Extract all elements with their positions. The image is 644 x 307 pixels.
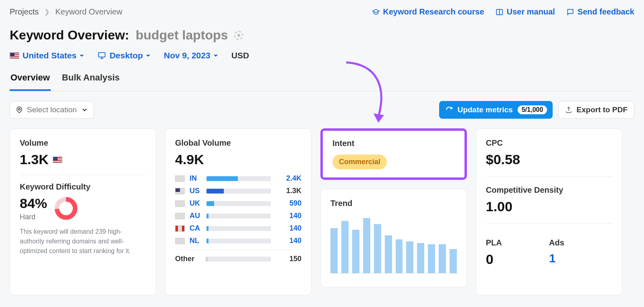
card-intent: Intent Commercial xyxy=(320,128,467,180)
link-course[interactable]: Keyword Research course xyxy=(372,7,484,16)
kd-description: This keyword will demand 239 high-author… xyxy=(20,227,146,256)
tab-bulk-analysis[interactable]: Bulk Analysis xyxy=(61,72,120,91)
chevron-right-icon: ❯ xyxy=(44,8,50,16)
actions-row: Select location Update metrics 5/1,000 E… xyxy=(10,101,634,119)
country-code: US xyxy=(190,187,202,195)
trend-bar xyxy=(330,228,338,273)
link-manual[interactable]: User manual xyxy=(495,7,555,16)
trend-bar xyxy=(352,230,359,273)
volume-value: 140 xyxy=(276,237,301,245)
card-global-volume: Global Volume 4.9K IN2.4KUS1.3KUK590AU14… xyxy=(165,128,312,295)
map-pin-icon xyxy=(16,106,23,113)
flag-icon xyxy=(175,188,185,194)
global-volume-row[interactable]: UK590 xyxy=(175,197,301,210)
top-links: Keyword Research course User manual Send… xyxy=(372,7,634,16)
global-volume-row-other: Other150 xyxy=(175,249,301,265)
export-pdf-button[interactable]: Export to PDF xyxy=(558,101,634,119)
breadcrumb-projects[interactable]: Projects xyxy=(10,7,39,16)
breadcrumb: Projects ❯ Keyword Overview xyxy=(10,7,122,16)
cpc-value: $0.58 xyxy=(486,152,612,167)
filter-country[interactable]: United States xyxy=(10,51,84,60)
volume-label: Volume xyxy=(20,138,146,148)
country-code: CA xyxy=(190,224,202,233)
kd-value: 84% xyxy=(20,196,47,211)
card-trend: Trend xyxy=(320,189,467,287)
trend-bar xyxy=(439,244,446,273)
trend-bar xyxy=(428,244,435,273)
card-volume: Volume 1.3K Keyword Difficulty 84% Hard … xyxy=(10,128,156,295)
svg-point-5 xyxy=(19,108,21,110)
country-code: UK xyxy=(190,199,202,208)
country-code: NL xyxy=(190,237,202,245)
refresh-icon xyxy=(446,106,453,113)
volume-bar xyxy=(206,189,271,194)
kd-donut-chart xyxy=(54,197,78,220)
page-title: Keyword Overview: xyxy=(10,28,129,43)
top-bar: Projects ❯ Keyword Overview Keyword Rese… xyxy=(10,7,634,16)
tabs: Overview Bulk Analysis xyxy=(10,72,634,91)
global-volume-label: Global Volume xyxy=(175,138,301,148)
trend-bar xyxy=(406,241,413,273)
filter-currency: USD xyxy=(231,51,249,60)
volume-value: 1.3K xyxy=(20,152,49,167)
global-volume-row[interactable]: US1.3K xyxy=(175,185,301,197)
trend-bar xyxy=(417,243,424,273)
volume-bar xyxy=(206,226,271,231)
us-flag-icon xyxy=(53,157,62,163)
other-label: Other xyxy=(175,255,201,263)
global-volume-row[interactable]: CA140 xyxy=(175,222,301,235)
kd-label: Keyword Difficulty xyxy=(20,182,146,192)
flag-icon xyxy=(175,200,185,207)
volume-bar xyxy=(206,239,271,243)
ads-label: Ads xyxy=(549,238,612,247)
intent-value: Commercial xyxy=(332,155,387,169)
ads-value[interactable]: 1 xyxy=(549,251,612,265)
global-volume-row[interactable]: IN2.4K xyxy=(175,172,301,185)
volume-bar xyxy=(206,214,271,218)
trend-bar xyxy=(341,221,349,273)
comment-icon xyxy=(566,8,574,16)
link-feedback[interactable]: Send feedback xyxy=(566,7,634,16)
caret-down-icon xyxy=(214,55,218,59)
filter-date[interactable]: Nov 9, 2023 xyxy=(164,51,218,60)
us-flag-icon xyxy=(10,52,19,59)
volume-value: 140 xyxy=(276,212,301,220)
volume-value: 590 xyxy=(276,199,301,208)
export-icon xyxy=(565,106,572,113)
trend-bar xyxy=(374,224,381,273)
metrics-count-badge: 5/1,000 xyxy=(518,105,547,114)
flag-icon xyxy=(175,238,185,244)
chevron-down-icon xyxy=(81,106,88,113)
tab-overview[interactable]: Overview xyxy=(10,72,51,91)
filter-device[interactable]: Desktop xyxy=(97,51,150,60)
intent-label: Intent xyxy=(332,139,455,148)
volume-bar xyxy=(206,176,271,181)
desktop-icon xyxy=(97,51,106,60)
cpc-label: CPC xyxy=(486,138,612,148)
cd-label: Competitive Density xyxy=(486,185,612,195)
volume-value: 140 xyxy=(276,224,301,233)
country-code: AU xyxy=(190,212,202,220)
breadcrumb-current: Keyword Overview xyxy=(55,7,122,16)
volume-bar xyxy=(206,257,271,262)
card-stack-intent-trend: Intent Commercial Trend xyxy=(320,128,467,295)
trend-bar xyxy=(385,235,392,273)
country-code: IN xyxy=(190,174,202,183)
trend-bar xyxy=(450,249,457,273)
volume-value: 150 xyxy=(276,255,301,263)
global-volume-value: 4.9K xyxy=(175,152,301,167)
select-location[interactable]: Select location xyxy=(10,101,94,119)
cd-value: 1.00 xyxy=(486,199,612,214)
add-keyword-button[interactable]: + xyxy=(234,31,243,40)
title-keyword: budget laptops xyxy=(136,28,228,43)
flag-icon xyxy=(175,213,185,219)
kd-tag: Hard xyxy=(20,213,47,221)
cards-grid: Volume 1.3K Keyword Difficulty 84% Hard … xyxy=(10,128,634,295)
trend-chart xyxy=(330,215,457,274)
card-cpc-cd-ads: CPC $0.58 Competitive Density 1.00 PLA 0… xyxy=(476,128,622,295)
volume-value: 2.4K xyxy=(276,174,301,183)
update-metrics-button[interactable]: Update metrics 5/1,000 xyxy=(439,101,553,119)
global-volume-row[interactable]: NL140 xyxy=(175,235,301,247)
flag-icon xyxy=(175,225,185,232)
global-volume-row[interactable]: AU140 xyxy=(175,210,301,222)
